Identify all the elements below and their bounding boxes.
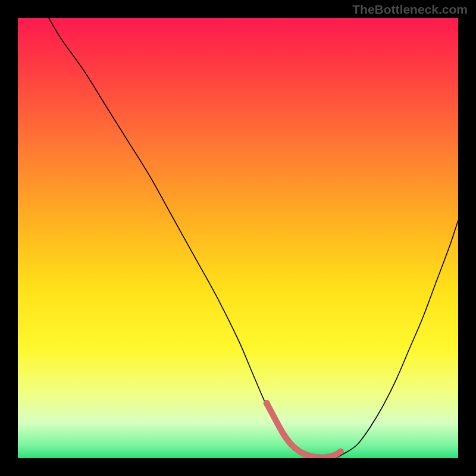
bottleneck-chart (18, 18, 458, 458)
attribution-label: TheBottleneck.com (352, 2, 468, 17)
highlight-end-dot (264, 400, 270, 406)
chart-svg (18, 18, 458, 458)
highlight-end-dot (337, 448, 344, 455)
chart-background (18, 18, 458, 458)
